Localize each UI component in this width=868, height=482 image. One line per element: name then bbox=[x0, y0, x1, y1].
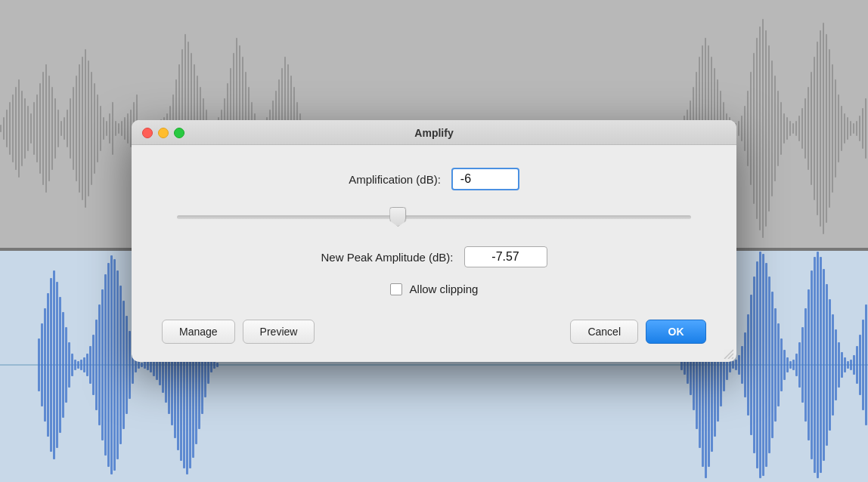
svg-rect-16 bbox=[48, 76, 50, 181]
svg-rect-180 bbox=[86, 354, 88, 376]
svg-rect-34 bbox=[103, 117, 104, 140]
svg-rect-142 bbox=[804, 98, 806, 159]
svg-rect-191 bbox=[119, 286, 122, 444]
svg-rect-31 bbox=[94, 83, 95, 174]
svg-rect-131 bbox=[771, 60, 773, 196]
svg-rect-155 bbox=[844, 113, 845, 144]
svg-rect-128 bbox=[762, 19, 764, 238]
resize-grip[interactable] bbox=[723, 348, 733, 359]
svg-rect-179 bbox=[83, 357, 85, 372]
svg-rect-165 bbox=[41, 323, 43, 406]
slider-track[interactable] bbox=[177, 215, 691, 219]
svg-rect-123 bbox=[747, 91, 749, 166]
svg-rect-158 bbox=[853, 123, 854, 134]
slider-thumb[interactable] bbox=[389, 207, 406, 227]
svg-rect-282 bbox=[856, 346, 858, 384]
svg-rect-222 bbox=[213, 361, 215, 369]
svg-rect-17 bbox=[51, 87, 53, 170]
svg-rect-129 bbox=[765, 30, 767, 227]
allow-clipping-checkbox[interactable] bbox=[390, 283, 402, 295]
svg-rect-284 bbox=[862, 320, 864, 410]
svg-rect-15 bbox=[45, 64, 47, 193]
svg-rect-138 bbox=[792, 123, 794, 134]
svg-rect-258 bbox=[783, 350, 786, 380]
svg-rect-122 bbox=[744, 106, 746, 151]
cancel-button[interactable]: Cancel bbox=[570, 320, 638, 344]
svg-rect-9 bbox=[27, 106, 29, 151]
svg-rect-245 bbox=[744, 332, 746, 397]
svg-rect-5 bbox=[15, 87, 17, 170]
svg-rect-177 bbox=[77, 361, 79, 369]
svg-rect-161 bbox=[862, 108, 863, 149]
svg-rect-267 bbox=[811, 270, 813, 459]
svg-rect-136 bbox=[786, 117, 788, 140]
svg-rect-268 bbox=[814, 257, 816, 473]
allow-clipping-label[interactable]: Allow clipping bbox=[410, 283, 479, 295]
title-bar: Amplify bbox=[132, 120, 736, 145]
svg-rect-244 bbox=[741, 346, 743, 384]
svg-rect-261 bbox=[792, 360, 795, 370]
svg-rect-259 bbox=[786, 357, 789, 372]
svg-rect-8 bbox=[24, 98, 26, 159]
svg-rect-10 bbox=[30, 113, 32, 144]
svg-rect-154 bbox=[841, 106, 842, 151]
svg-rect-147 bbox=[820, 30, 821, 227]
svg-rect-189 bbox=[113, 259, 116, 471]
svg-rect-277 bbox=[841, 352, 843, 378]
svg-rect-248 bbox=[753, 277, 755, 453]
svg-rect-13 bbox=[39, 83, 41, 174]
svg-rect-199 bbox=[144, 361, 146, 369]
svg-rect-253 bbox=[768, 277, 770, 453]
svg-rect-167 bbox=[47, 293, 49, 437]
svg-rect-157 bbox=[850, 121, 851, 136]
svg-rect-264 bbox=[801, 327, 804, 403]
svg-rect-39 bbox=[118, 123, 119, 134]
minimize-button[interactable] bbox=[158, 128, 169, 138]
svg-rect-197 bbox=[138, 361, 140, 369]
svg-rect-278 bbox=[844, 357, 846, 372]
svg-rect-279 bbox=[847, 361, 849, 369]
peak-input[interactable] bbox=[464, 246, 547, 267]
checkbox-row: Allow clipping bbox=[162, 283, 706, 295]
svg-rect-283 bbox=[859, 335, 861, 395]
close-button[interactable] bbox=[142, 128, 153, 138]
amplification-input[interactable] bbox=[451, 168, 519, 190]
svg-rect-0 bbox=[0, 125, 2, 132]
dialog-title: Amplify bbox=[414, 127, 453, 139]
svg-rect-188 bbox=[110, 255, 113, 474]
svg-rect-185 bbox=[101, 289, 104, 440]
preview-button[interactable]: Preview bbox=[243, 320, 315, 344]
svg-rect-36 bbox=[109, 113, 110, 144]
svg-rect-22 bbox=[67, 110, 68, 147]
manage-button[interactable]: Manage bbox=[162, 320, 235, 344]
dialog-body: Amplification (dB): New Peak Amplitude (… bbox=[132, 145, 736, 362]
svg-rect-166 bbox=[44, 308, 46, 422]
svg-rect-152 bbox=[835, 79, 836, 178]
svg-rect-150 bbox=[829, 49, 830, 208]
maximize-button[interactable] bbox=[174, 128, 184, 138]
svg-rect-135 bbox=[783, 113, 785, 144]
svg-rect-40 bbox=[121, 121, 122, 136]
svg-rect-132 bbox=[774, 76, 776, 181]
svg-rect-126 bbox=[756, 38, 758, 219]
svg-rect-271 bbox=[823, 269, 825, 461]
svg-rect-143 bbox=[808, 87, 809, 170]
svg-rect-285 bbox=[865, 304, 867, 425]
svg-rect-133 bbox=[777, 91, 779, 166]
svg-rect-181 bbox=[89, 346, 91, 384]
svg-rect-223 bbox=[216, 363, 219, 367]
svg-rect-198 bbox=[141, 363, 143, 367]
svg-rect-19 bbox=[57, 110, 59, 147]
svg-rect-265 bbox=[804, 308, 807, 422]
svg-rect-125 bbox=[753, 53, 755, 204]
svg-rect-192 bbox=[122, 301, 125, 429]
svg-rect-130 bbox=[768, 45, 770, 212]
svg-rect-30 bbox=[91, 72, 92, 185]
ok-button[interactable]: OK bbox=[646, 320, 706, 344]
svg-rect-11 bbox=[33, 102, 35, 155]
svg-rect-2 bbox=[6, 110, 8, 147]
svg-rect-173 bbox=[65, 327, 67, 403]
svg-rect-275 bbox=[835, 329, 837, 400]
svg-rect-4 bbox=[12, 94, 14, 162]
svg-rect-12 bbox=[36, 94, 38, 162]
